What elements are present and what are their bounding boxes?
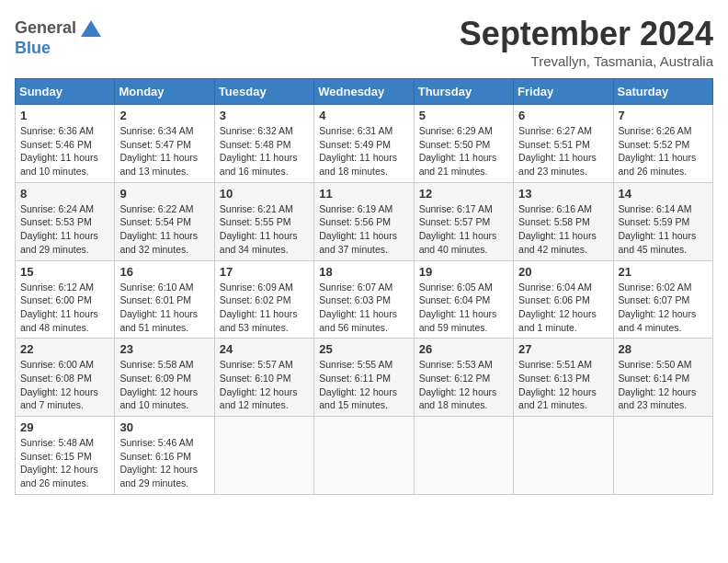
day-number: 17: [220, 265, 309, 279]
daylight-text: Daylight: 12 hours and 26 minutes.: [20, 464, 98, 488]
day-info: Sunrise: 6:05 AM Sunset: 6:04 PM Dayligh…: [419, 281, 508, 335]
day-info: Sunrise: 6:27 AM Sunset: 5:51 PM Dayligh…: [518, 124, 608, 178]
day-cell-14: 14 Sunrise: 6:14 AM Sunset: 5:59 PM Dayl…: [613, 182, 712, 260]
day-cell-20: 20 Sunrise: 6:04 AM Sunset: 6:06 PM Dayl…: [514, 260, 613, 339]
sunset-text: Sunset: 6:14 PM: [619, 373, 690, 384]
day-number: 15: [20, 265, 109, 279]
daylight-text: Daylight: 12 hours and 15 minutes.: [319, 386, 397, 411]
day-number: 20: [518, 265, 608, 279]
day-number: 27: [518, 342, 608, 356]
day-cell-21: 21 Sunrise: 6:02 AM Sunset: 6:07 PM Dayl…: [613, 260, 712, 339]
weekday-header-friday: Friday: [514, 79, 613, 105]
daylight-text: Daylight: 11 hours and 21 minutes.: [419, 152, 497, 177]
day-info: Sunrise: 6:04 AM Sunset: 6:06 PM Dayligh…: [518, 281, 608, 335]
sunrise-text: Sunrise: 6:22 AM: [119, 203, 193, 214]
day-number: 16: [119, 265, 209, 279]
logo: General Blue: [15, 18, 101, 58]
sunrise-text: Sunrise: 5:51 AM: [518, 359, 592, 370]
daylight-text: Daylight: 11 hours and 23 minutes.: [518, 152, 597, 177]
day-info: Sunrise: 6:07 AM Sunset: 6:03 PM Dayligh…: [319, 281, 408, 335]
daylight-text: Daylight: 12 hours and 18 minutes.: [419, 386, 497, 411]
day-info: Sunrise: 5:53 AM Sunset: 6:12 PM Dayligh…: [419, 358, 508, 412]
page-header: General Blue September 2024 Trevallyn, T…: [15, 15, 713, 69]
sunrise-text: Sunrise: 6:16 AM: [518, 203, 592, 214]
day-cell-2: 2 Sunrise: 6:34 AM Sunset: 5:47 PM Dayli…: [115, 105, 214, 183]
day-number: 11: [319, 187, 408, 201]
sunset-text: Sunset: 6:08 PM: [20, 373, 92, 384]
day-info: Sunrise: 6:19 AM Sunset: 5:56 PM Dayligh…: [319, 202, 408, 257]
day-number: 6: [518, 109, 608, 122]
sunrise-text: Sunrise: 6:14 AM: [619, 203, 692, 214]
day-number: 24: [220, 342, 309, 356]
daylight-text: Daylight: 11 hours and 34 minutes.: [220, 230, 298, 255]
weekday-header-thursday: Thursday: [414, 79, 513, 105]
sunset-text: Sunset: 6:00 PM: [20, 294, 92, 305]
day-cell-10: 10 Sunrise: 6:21 AM Sunset: 5:55 PM Dayl…: [214, 182, 313, 260]
day-number: 13: [518, 187, 608, 201]
day-cell-30: 30 Sunrise: 5:46 AM Sunset: 6:16 PM Dayl…: [115, 417, 214, 495]
month-title: September 2024: [460, 15, 713, 53]
sunrise-text: Sunrise: 6:27 AM: [518, 125, 592, 136]
day-number: 30: [119, 420, 209, 434]
sunrise-text: Sunrise: 6:26 AM: [619, 125, 692, 136]
day-number: 2: [119, 109, 209, 122]
day-number: 7: [619, 109, 708, 122]
sunset-text: Sunset: 5:47 PM: [119, 139, 191, 150]
sunset-text: Sunset: 6:15 PM: [20, 451, 92, 462]
daylight-text: Daylight: 11 hours and 40 minutes.: [419, 230, 497, 255]
day-info: Sunrise: 6:00 AM Sunset: 6:08 PM Dayligh…: [20, 358, 109, 412]
day-number: 25: [319, 342, 408, 356]
day-number: 22: [20, 342, 109, 356]
sunset-text: Sunset: 6:07 PM: [619, 294, 690, 305]
sunset-text: Sunset: 5:48 PM: [220, 139, 291, 150]
weekday-header-saturday: Saturday: [613, 79, 712, 105]
sunset-text: Sunset: 5:59 PM: [619, 216, 690, 227]
day-number: 1: [20, 109, 109, 122]
day-info: Sunrise: 6:09 AM Sunset: 6:02 PM Dayligh…: [220, 281, 309, 335]
daylight-text: Daylight: 12 hours and 7 minutes.: [20, 386, 98, 411]
sunrise-text: Sunrise: 6:12 AM: [20, 282, 94, 293]
day-cell-8: 8 Sunrise: 6:24 AM Sunset: 5:53 PM Dayli…: [16, 182, 115, 260]
svg-marker-0: [81, 20, 101, 37]
day-cell-29: 29 Sunrise: 5:48 AM Sunset: 6:15 PM Dayl…: [16, 417, 115, 495]
weekday-header-tuesday: Tuesday: [214, 79, 313, 105]
day-info: Sunrise: 5:55 AM Sunset: 6:11 PM Dayligh…: [319, 358, 408, 412]
sunset-text: Sunset: 5:53 PM: [20, 216, 92, 227]
day-number: 28: [619, 342, 708, 356]
day-number: 26: [419, 342, 508, 356]
day-info: Sunrise: 6:26 AM Sunset: 5:52 PM Dayligh…: [619, 124, 708, 178]
sunset-text: Sunset: 6:13 PM: [518, 373, 590, 384]
day-cell-3: 3 Sunrise: 6:32 AM Sunset: 5:48 PM Dayli…: [214, 105, 313, 183]
sunrise-text: Sunrise: 6:31 AM: [319, 125, 392, 136]
day-number: 9: [119, 187, 209, 201]
title-block: September 2024 Trevallyn, Tasmania, Aust…: [460, 15, 713, 69]
logo-text: General Blue: [15, 18, 101, 58]
day-cell-24: 24 Sunrise: 5:57 AM Sunset: 6:10 PM Dayl…: [214, 339, 313, 417]
daylight-text: Daylight: 12 hours and 1 minute.: [518, 308, 597, 333]
sunset-text: Sunset: 5:55 PM: [220, 216, 291, 227]
day-info: Sunrise: 5:58 AM Sunset: 6:09 PM Dayligh…: [119, 358, 209, 412]
sunrise-text: Sunrise: 6:29 AM: [419, 125, 493, 136]
sunset-text: Sunset: 5:58 PM: [518, 216, 590, 227]
day-cell-12: 12 Sunrise: 6:17 AM Sunset: 5:57 PM Dayl…: [414, 182, 513, 260]
sunrise-text: Sunrise: 5:58 AM: [119, 359, 193, 370]
day-cell-5: 5 Sunrise: 6:29 AM Sunset: 5:50 PM Dayli…: [414, 105, 513, 183]
sunset-text: Sunset: 6:09 PM: [119, 373, 191, 384]
sunrise-text: Sunrise: 5:48 AM: [20, 437, 94, 448]
day-cell-18: 18 Sunrise: 6:07 AM Sunset: 6:03 PM Dayl…: [314, 260, 414, 339]
sunrise-text: Sunrise: 5:46 AM: [119, 437, 193, 448]
day-info: Sunrise: 6:22 AM Sunset: 5:54 PM Dayligh…: [119, 202, 209, 257]
sunrise-text: Sunrise: 6:09 AM: [220, 282, 293, 293]
daylight-text: Daylight: 11 hours and 26 minutes.: [619, 152, 697, 177]
sunset-text: Sunset: 5:54 PM: [119, 216, 191, 227]
day-info: Sunrise: 5:51 AM Sunset: 6:13 PM Dayligh…: [518, 358, 608, 412]
sunrise-text: Sunrise: 5:57 AM: [220, 359, 293, 370]
daylight-text: Daylight: 12 hours and 12 minutes.: [220, 386, 298, 411]
daylight-text: Daylight: 11 hours and 16 minutes.: [220, 152, 298, 177]
sunset-text: Sunset: 6:06 PM: [518, 294, 590, 305]
daylight-text: Daylight: 11 hours and 59 minutes.: [419, 308, 497, 333]
day-number: 19: [419, 265, 508, 279]
day-number: 3: [220, 109, 309, 122]
sunrise-text: Sunrise: 6:34 AM: [119, 125, 193, 136]
sunset-text: Sunset: 5:46 PM: [20, 139, 92, 150]
